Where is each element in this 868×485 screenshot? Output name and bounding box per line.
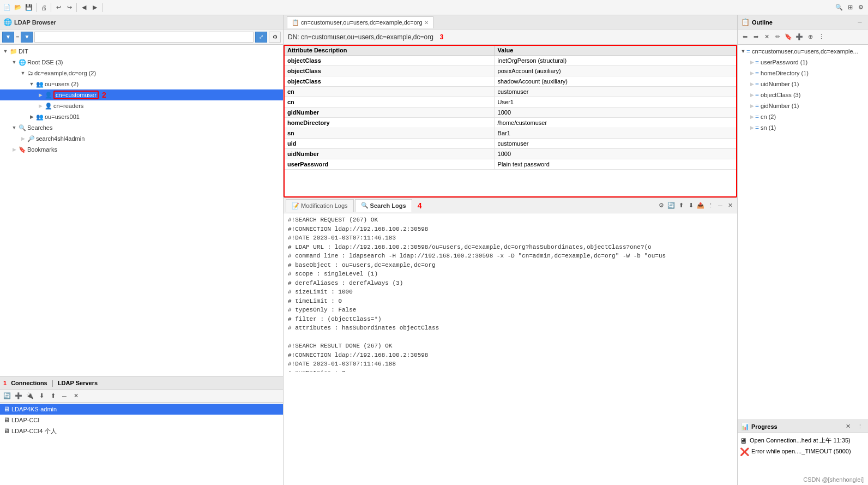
outline-item-uidnumber[interactable]: ▶ = uidNumber (1) bbox=[738, 79, 868, 89]
outline-delete-icon[interactable]: ✕ bbox=[762, 32, 771, 42]
outline-minimize-icon[interactable]: ─ bbox=[855, 17, 865, 27]
attr-table-row[interactable]: cncustomuser bbox=[284, 87, 737, 97]
log-close-icon[interactable]: ✕ bbox=[725, 201, 735, 211]
outline-item-cn[interactable]: ▶ = cn (2) bbox=[738, 111, 868, 122]
conn-export-icon[interactable]: ⬆ bbox=[48, 391, 58, 401]
expand-cn-customuser[interactable]: ▶ bbox=[37, 92, 44, 98]
expand-dit[interactable]: ▼ bbox=[2, 48, 9, 55]
open-icon[interactable]: 📂 bbox=[13, 3, 23, 13]
tree-item-rootdse[interactable]: ▼ 🌐 Root DSE (3) bbox=[0, 57, 283, 68]
conn-refresh-icon[interactable]: 🔄 bbox=[2, 391, 12, 401]
attr-table-row[interactable]: uidcustomuser bbox=[284, 139, 737, 149]
entry-tab-bar: 📋 cn=customuser,ou=users,dc=example,dc=o… bbox=[284, 15, 737, 29]
log-down-icon[interactable]: ⬇ bbox=[686, 201, 696, 211]
conn-tab-connections[interactable]: Connections bbox=[11, 380, 47, 386]
attr-table-row[interactable]: gidNumber1000 bbox=[284, 107, 737, 118]
tree-item-cn-readers[interactable]: ▶ 👤 cn=readers bbox=[0, 100, 283, 111]
expand-searches[interactable]: ▼ bbox=[11, 124, 17, 131]
tree-item-dit[interactable]: ▼ 📁 DIT bbox=[0, 46, 283, 57]
outline-expand-root[interactable]: ▼ bbox=[740, 48, 746, 55]
attr-table-row[interactable]: objectClassposixAccount (auxiliary) bbox=[284, 66, 737, 76]
log-refresh-icon[interactable]: 🔄 bbox=[666, 201, 676, 211]
progress-delete-icon[interactable]: ✕ bbox=[843, 422, 853, 432]
outline-item-sn[interactable]: ▶ = sn (1) bbox=[738, 122, 868, 133]
settings-global-icon[interactable]: ⚙ bbox=[856, 3, 866, 13]
expand-ou-users[interactable]: ▼ bbox=[28, 81, 35, 87]
attr-value-cell: shadowAccount (auxiliary) bbox=[494, 76, 737, 87]
log-minimize-icon[interactable]: ─ bbox=[715, 201, 725, 211]
back-icon[interactable]: ◀ bbox=[79, 3, 89, 13]
outline-item-gidnumber[interactable]: ▶ = gidNumber (1) bbox=[738, 100, 868, 111]
progress-item-0: 🖥 Open Connection...hed at 上午 11:35) bbox=[740, 435, 866, 446]
outline-add-sibling-icon[interactable]: ⊕ bbox=[805, 32, 815, 42]
outline-item-userpassword[interactable]: ▶ = userPassword (1) bbox=[738, 57, 868, 68]
outline-item-root[interactable]: ▼ = cn=customuser,ou=users,dc=example... bbox=[738, 46, 868, 57]
tree-item-bookmarks[interactable]: ▶ 🔖 Bookmarks bbox=[0, 144, 283, 155]
tree-item-searches[interactable]: ▼ 🔍 Searches bbox=[0, 122, 283, 133]
attr-table-row[interactable]: cnUser1 bbox=[284, 97, 737, 107]
entry-tab-customuser[interactable]: 📋 cn=customuser,ou=users,dc=example,dc=o… bbox=[287, 16, 433, 28]
settings-btn[interactable]: ⚙ bbox=[269, 32, 281, 43]
connections-header: 1 Connections | LDAP Servers bbox=[0, 376, 283, 390]
attr-table-row[interactable]: userPasswordPlain text password bbox=[284, 159, 737, 170]
tree-item-ou-users001[interactable]: ▶ 👥 ou=users001 bbox=[0, 111, 283, 122]
expand-rootdse[interactable]: ▼ bbox=[11, 59, 17, 65]
outline-item-objectclass[interactable]: ▶ = objectClass (3) bbox=[738, 89, 868, 100]
filter-dropdown-btn[interactable]: ▼ bbox=[2, 32, 14, 43]
forward-icon[interactable]: ▶ bbox=[90, 3, 100, 13]
expand-cn-readers[interactable]: ▶ bbox=[37, 103, 44, 109]
outline-bookmark-icon[interactable]: 🔖 bbox=[783, 32, 793, 42]
new-file-icon[interactable]: 📄 bbox=[2, 3, 12, 13]
outline-line-gidnumber: = bbox=[755, 102, 759, 110]
expand-btn[interactable]: ⤢ bbox=[255, 32, 267, 43]
conn-close-icon[interactable]: ✕ bbox=[71, 391, 81, 401]
tree-item-cn-customuser[interactable]: ▶ 👤 cn=customuser 2 bbox=[0, 89, 283, 100]
tree-item-ou-users[interactable]: ▼ 👥 ou=users (2) bbox=[0, 79, 283, 89]
attr-name-cell: homeDirectory bbox=[284, 118, 495, 128]
filter-type-btn[interactable]: ▼ bbox=[21, 32, 33, 43]
attr-table-row[interactable]: homeDirectory/home/customuser bbox=[284, 118, 737, 128]
conn-item-ldap4ks[interactable]: 🖥 LDAP4KS-admin bbox=[0, 404, 283, 415]
outline-cn-label: cn (2) bbox=[761, 113, 776, 120]
conn-import-icon[interactable]: ⬇ bbox=[37, 391, 46, 401]
outline-line-homedirectory: = bbox=[755, 69, 759, 77]
attr-table-row[interactable]: objectClassshadowAccount (auxiliary) bbox=[284, 76, 737, 87]
log-tab-modification[interactable]: 📝 Modification Logs bbox=[286, 199, 354, 212]
outline-add-child-icon[interactable]: ➕ bbox=[794, 32, 804, 42]
expand-dc[interactable]: ▼ bbox=[20, 70, 26, 76]
conn-item-cci4[interactable]: 🖥 LDAP-CCI4 个人 bbox=[0, 426, 283, 436]
conn-add-icon[interactable]: ➕ bbox=[14, 391, 23, 401]
search-global-icon[interactable]: 🔍 bbox=[834, 3, 844, 13]
attr-table-row[interactable]: snBar1 bbox=[284, 128, 737, 139]
log-line: # filter : (objectClass=*) bbox=[288, 315, 733, 324]
tree-item-search-item[interactable]: ▶ 🔎 search4shl4admin bbox=[0, 133, 283, 144]
layout-icon[interactable]: ⊞ bbox=[845, 3, 855, 13]
save-icon[interactable]: 💾 bbox=[24, 3, 34, 13]
progress-more-icon[interactable]: ⋮ bbox=[855, 422, 865, 432]
undo-icon[interactable]: ↩ bbox=[53, 3, 63, 13]
outline-edit-icon[interactable]: ✏ bbox=[773, 32, 782, 42]
log-up-icon[interactable]: ⬆ bbox=[676, 201, 686, 211]
outline-expand-icon[interactable]: ➡ bbox=[751, 32, 761, 42]
outline-collapse-icon[interactable]: ⬅ bbox=[740, 32, 750, 42]
print-icon[interactable]: 🖨 bbox=[39, 3, 49, 13]
log-more-icon[interactable]: ⋮ bbox=[706, 201, 715, 211]
attr-table-row[interactable]: objectClassinetOrgPerson (structural) bbox=[284, 56, 737, 66]
conn-item-cci[interactable]: 🖥 LDAP-CCI bbox=[0, 415, 283, 426]
conn-minimize-icon[interactable]: ─ bbox=[59, 391, 69, 401]
expand-ou-users001[interactable]: ▶ bbox=[28, 113, 35, 120]
expand-bookmarks[interactable]: ▶ bbox=[11, 146, 17, 153]
redo-icon[interactable]: ↪ bbox=[64, 3, 74, 13]
search-input[interactable] bbox=[34, 32, 254, 43]
outline-item-homedirectory[interactable]: ▶ = homeDirectory (1) bbox=[738, 68, 868, 79]
conn-tab-servers[interactable]: LDAP Servers bbox=[58, 380, 98, 386]
expand-search-item[interactable]: ▶ bbox=[20, 135, 26, 142]
log-settings-icon[interactable]: ⚙ bbox=[656, 201, 666, 211]
log-tab-search[interactable]: 🔍 Search Logs bbox=[355, 199, 412, 212]
entry-tab-close-btn[interactable]: ✕ bbox=[424, 20, 429, 26]
attr-table-row[interactable]: uidNumber1000 bbox=[284, 149, 737, 159]
log-export-icon[interactable]: 📤 bbox=[696, 201, 706, 211]
tree-item-dc[interactable]: ▼ 🗂 dc=example,dc=org (2) bbox=[0, 68, 283, 79]
conn-connect-icon[interactable]: 🔌 bbox=[25, 391, 35, 401]
outline-more-icon[interactable]: ⋮ bbox=[816, 32, 826, 42]
